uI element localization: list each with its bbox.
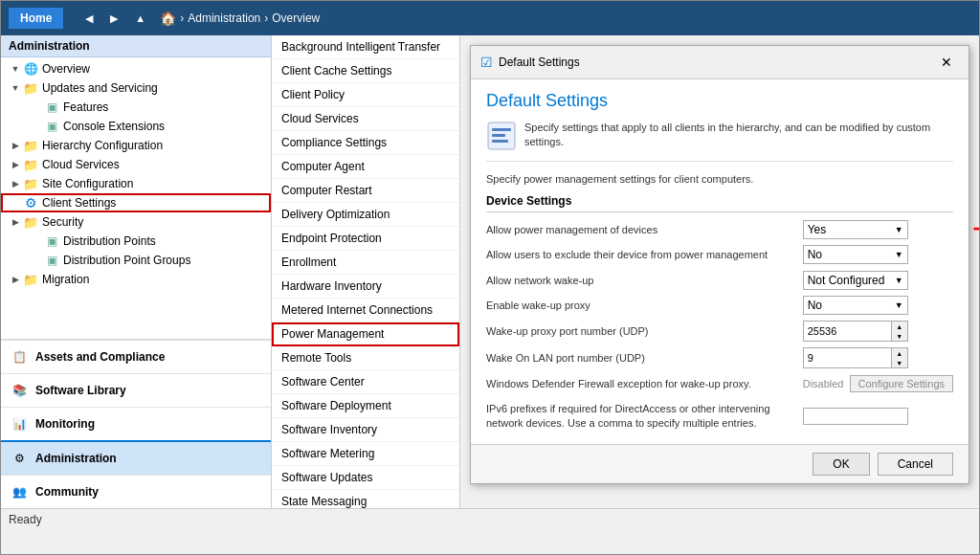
spinner-up-btn2[interactable]: ▲ [892, 348, 907, 358]
dialog-close-button[interactable]: ✕ [934, 52, 959, 73]
middle-panel: Background Intelligent Transfer Client C… [272, 35, 460, 508]
sidebar-item-migration[interactable]: ▶ 📁 Migration [1, 270, 271, 289]
app-header: Home ◀ ▶ ▲ 🏠 › Administration › Overview [1, 1, 979, 35]
sidebar-label-security: Security [42, 215, 83, 229]
sidebar-section-community[interactable]: 👥 Community [1, 475, 271, 508]
sidebar-item-security[interactable]: ▶ 📁 Security [1, 212, 271, 232]
setting-label-wake-proxy: Enable wake-up proxy [486, 296, 797, 315]
setting-label-allow-exclude: Allow users to exclude their device from… [486, 245, 797, 264]
middle-item-enrollment[interactable]: Enrollment [272, 251, 459, 275]
dropdown-wake-proxy[interactable]: No ▼ [803, 296, 908, 315]
middle-item-computer-restart[interactable]: Computer Restart [272, 179, 459, 203]
setting-label-allow-power: Allow power management of devices [486, 220, 797, 239]
admin-icon: ⚙ [9, 448, 30, 469]
sidebar-section-assets[interactable]: 📋 Assets and Compliance [1, 341, 271, 373]
arrow-icon: ▶ [9, 217, 22, 227]
breadcrumb-admin[interactable]: Administration [188, 11, 260, 25]
middle-item-cloud-services[interactable]: Cloud Services [272, 107, 459, 131]
middle-item-client-cache[interactable]: Client Cache Settings [272, 59, 459, 83]
sidebar-label-site-config: Site Configuration [42, 177, 133, 190]
dist-group-icon: ▣ [43, 253, 60, 268]
sidebar-item-dist-points[interactable]: ▣ Distribution Points [1, 232, 271, 251]
middle-item-background-transfer[interactable]: Background Intelligent Transfer [272, 35, 459, 59]
spinner-wake-port[interactable]: 25536 ▲ ▼ [803, 321, 908, 342]
sidebar-item-overview[interactable]: ▼ 🌐 Overview [1, 59, 271, 78]
section-label-community: Community [35, 485, 99, 499]
ipv6-input[interactable] [803, 408, 908, 425]
dropdown-network-wake[interactable]: Not Configured ▼ [803, 271, 908, 290]
middle-item-compliance[interactable]: Compliance Settings [272, 131, 459, 155]
right-panel: ☑ Default Settings ✕ Default Settings [460, 35, 979, 508]
folder-icon: 📁 [22, 138, 39, 153]
section-label-software: Software Library [35, 384, 126, 397]
middle-item-remote-tools[interactable]: Remote Tools [272, 346, 459, 370]
nav-up-button[interactable]: ▲ [128, 10, 152, 27]
sidebar-label-dist-groups: Distribution Point Groups [63, 254, 190, 267]
sidebar-label-cloud: Cloud Services [42, 158, 120, 171]
spinner-value-wake-port: 25536 [804, 323, 891, 339]
dropdown-allow-power[interactable]: Yes ▼ [803, 220, 908, 239]
sidebar-item-features[interactable]: ▣ Features [1, 98, 271, 117]
middle-item-metered-internet[interactable]: Metered Internet Connections [272, 299, 459, 322]
dialog-checkbox-icon: ☑ [480, 55, 493, 70]
cancel-button[interactable]: Cancel [878, 453, 953, 476]
nav-forward-button[interactable]: ▶ [103, 10, 124, 28]
overview-icon: 🌐 [22, 61, 39, 77]
sidebar-section-administration[interactable]: ⚙ Administration [1, 440, 271, 475]
nav-back-button[interactable]: ◀ [78, 10, 100, 28]
spinner-down-btn[interactable]: ▼ [892, 331, 907, 341]
sidebar-item-updates[interactable]: ▼ 📁 Updates and Servicing [1, 78, 271, 98]
sidebar-item-client-settings[interactable]: ⚙ Client Settings [1, 193, 271, 212]
dropdown-allow-exclude[interactable]: No ▼ [803, 245, 908, 264]
middle-item-state-messaging[interactable]: State Messaging [272, 490, 459, 508]
arrow-icon: ▶ [9, 160, 22, 169]
folder-icon: 📁 [22, 157, 39, 172]
setting-label-wake-port: Wake-up proxy port number (UDP) [486, 322, 797, 341]
middle-item-client-policy[interactable]: Client Policy [272, 83, 459, 107]
spinner-up-btn[interactable]: ▲ [892, 322, 907, 331]
sidebar-item-hierarchy[interactable]: ▶ 📁 Hierarchy Configuration [1, 136, 271, 155]
sidebar-label-client-settings: Client Settings [42, 196, 116, 210]
sidebar-item-cloud[interactable]: ▶ 📁 Cloud Services [1, 155, 271, 174]
dialog-desc-row: Specify settings that apply to all clien… [486, 121, 953, 162]
middle-item-software-updates[interactable]: Software Updates [272, 466, 459, 490]
spinner-wake-lan[interactable]: 9 ▲ ▼ [803, 347, 908, 368]
arrow-icon: ▼ [9, 83, 22, 93]
folder-icon: 📁 [22, 80, 39, 96]
configure-settings-button[interactable]: Configure Settings [850, 375, 954, 392]
setting-control-allow-power: Yes ▼ ➜ [803, 220, 953, 239]
sidebar-label-console-ext: Console Extensions [63, 120, 165, 133]
middle-item-computer-agent[interactable]: Computer Agent [272, 155, 459, 179]
middle-item-software-inv[interactable]: Software Inventory [272, 418, 459, 442]
sidebar-label-overview: Overview [42, 62, 90, 76]
middle-item-power-mgmt[interactable]: Power Management [272, 322, 459, 346]
dist-icon: ▣ [43, 233, 60, 249]
middle-item-software-center[interactable]: Software Center [272, 370, 459, 394]
setting-control-firewall: Disabled Configure Settings [803, 375, 953, 392]
spinner-down-btn2[interactable]: ▼ [892, 358, 907, 367]
sidebar-item-console-ext[interactable]: ▣ Console Extensions [1, 117, 271, 136]
middle-item-delivery-opt[interactable]: Delivery Optimization [272, 203, 459, 227]
monitoring-icon: 📊 [9, 413, 30, 434]
middle-item-endpoint[interactable]: Endpoint Protection [272, 227, 459, 251]
middle-item-software-deploy[interactable]: Software Deployment [272, 394, 459, 418]
setting-label-firewall: Windows Defender Firewall exception for … [486, 374, 797, 393]
sidebar-item-site-config[interactable]: ▶ 📁 Site Configuration [1, 174, 271, 193]
ok-button[interactable]: OK [813, 453, 869, 476]
dropdown-arrow-icon: ▼ [895, 225, 903, 234]
dialog-title-area: ☑ Default Settings [480, 55, 580, 70]
middle-item-software-metering[interactable]: Software Metering [272, 442, 459, 466]
sidebar-label-updates: Updates and Servicing [42, 81, 158, 95]
dropdown-arrow-icon: ▼ [895, 300, 903, 310]
dropdown-value: No [808, 299, 822, 312]
arrow-icon: ▼ [9, 64, 22, 74]
breadcrumb-separator: › [180, 11, 184, 25]
sidebar-item-dist-groups[interactable]: ▣ Distribution Point Groups [1, 251, 271, 270]
sidebar-section-software[interactable]: 📚 Software Library [1, 373, 271, 407]
home-tab[interactable]: Home [9, 8, 63, 29]
setting-control-wake-proxy: No ▼ [803, 296, 953, 315]
sidebar-section-monitoring[interactable]: 📊 Monitoring [1, 407, 271, 440]
dropdown-value: No [808, 248, 822, 261]
breadcrumb-overview[interactable]: Overview [272, 11, 320, 25]
middle-item-hardware-inv[interactable]: Hardware Inventory [272, 275, 459, 299]
